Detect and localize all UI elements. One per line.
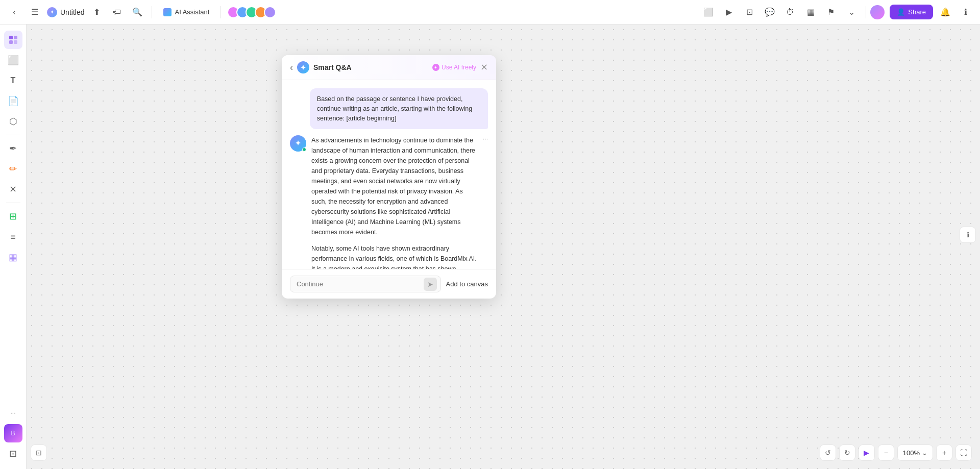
doc-title: ✦ Untitled	[47, 7, 84, 17]
help-button[interactable]: ℹ	[958, 4, 974, 20]
slideshow-button[interactable]: ⊡	[741, 4, 757, 20]
svg-rect-0	[9, 36, 13, 39]
ai-assistant-label: AI Assistant	[175, 8, 209, 16]
sidebar-template-icon[interactable]: ⊡	[4, 445, 22, 463]
user-message: Based on the passage or sentence I have …	[310, 88, 488, 129]
use-ai-label: Use AI freely	[442, 64, 476, 71]
share-label: Share	[908, 8, 926, 16]
user-avatar	[869, 4, 886, 20]
sidebar-text-block-icon[interactable]: ≡	[4, 228, 22, 246]
ai-avatar-wrapper	[290, 135, 306, 152]
play-button[interactable]: ▶	[721, 4, 737, 20]
zoom-chevron: ⌄	[922, 449, 927, 457]
sidebar-grid-icon[interactable]: ▦	[4, 248, 22, 266]
sidebar-pen-icon[interactable]: ✒	[4, 139, 22, 158]
panel-body: Based on the passage or sentence I have …	[282, 80, 496, 269]
right-float-panel: ℹ	[960, 227, 976, 243]
sidebar-highlight-icon[interactable]: ✏	[4, 160, 22, 178]
sidebar-shape-icon[interactable]: ⬡	[4, 112, 22, 131]
zoom-out-button[interactable]: −	[878, 445, 894, 461]
flag-button[interactable]: ⚑	[823, 4, 839, 20]
share-button[interactable]: 👤 Share	[890, 5, 933, 19]
continue-input-wrap: ➤	[290, 276, 441, 292]
menu-button[interactable]: ☰	[27, 4, 43, 20]
ai-message-more-button[interactable]: ···	[483, 135, 488, 142]
cursor-button[interactable]: ▶	[859, 445, 875, 461]
chevron-button[interactable]: ⌄	[843, 4, 860, 20]
info-button[interactable]: ℹ	[960, 227, 976, 243]
ai-status-dot	[302, 147, 306, 152]
tag-button[interactable]: 🏷	[109, 4, 125, 20]
left-sidebar: ⬜ T 📄 ⬡ ✒ ✏ ✕ ⊞ ≡ ▦ ··· B ⊡	[0, 24, 27, 469]
fullscreen-button[interactable]: ⛶	[955, 445, 972, 461]
send-button[interactable]: ➤	[424, 278, 437, 291]
ai-assistant-icon	[163, 8, 172, 16]
svg-rect-3	[14, 40, 17, 44]
canvas-area[interactable]: ‹ Smart Q&A ✦ Use AI freely ✕ Based on	[27, 24, 980, 469]
panel-ai-icon	[297, 61, 309, 73]
sidebar-frame-icon[interactable]: ⬜	[4, 51, 22, 69]
ai-assistant-button[interactable]: AI Assistant	[158, 5, 214, 19]
sidebar-map-icon[interactable]	[4, 31, 22, 49]
add-to-canvas-label: Add to canvas	[446, 280, 488, 288]
sidebar-connector-icon[interactable]: ✕	[4, 180, 22, 199]
toolbar-divider3	[866, 6, 866, 18]
search-button[interactable]: 🔍	[129, 4, 145, 20]
doc-icon: ✦	[47, 7, 57, 17]
top-toolbar: ‹ ☰ ✦ Untitled ⬆ 🏷 🔍 AI Assistant ⬜ ▶ ⊡ …	[0, 0, 980, 24]
upload-button[interactable]: ⬆	[88, 4, 105, 20]
expand-button[interactable]: ⬜	[700, 4, 717, 20]
ai-paragraph-1: As advancements in technology continue t…	[311, 135, 478, 237]
sidebar-brand-icon[interactable]: B	[4, 424, 22, 442]
ai-message-content: As advancements in technology continue t…	[311, 135, 478, 269]
sidebar-text-icon[interactable]: T	[4, 71, 22, 90]
undo-button[interactable]: ↺	[820, 445, 836, 461]
avatar-group	[227, 6, 276, 18]
toolbar-divider2	[220, 6, 221, 18]
panel-close-button[interactable]: ✕	[480, 62, 488, 73]
add-to-canvas-button[interactable]: Add to canvas	[446, 280, 488, 288]
user-message-text: Based on the passage or sentence I have …	[317, 95, 472, 122]
use-ai-button[interactable]: ✦ Use AI freely	[432, 64, 476, 71]
toolbar-right: ⬜ ▶ ⊡ 💬 ⏱ ▦ ⚑ ⌄ 👤 Share 🔔 ℹ	[700, 4, 974, 20]
panel-header-right: ✦ Use AI freely ✕	[432, 62, 488, 73]
ai-message: As advancements in technology continue t…	[290, 135, 488, 269]
svg-rect-2	[9, 40, 13, 44]
continue-input[interactable]	[290, 276, 441, 292]
panel-header: ‹ Smart Q&A ✦ Use AI freely ✕	[282, 55, 496, 80]
ai-paragraph-2: Notably, some AI tools have shown extrao…	[311, 243, 478, 269]
sidebar-bottom: B ⊡	[4, 424, 22, 463]
bottom-left-toolbar: ⊡	[31, 445, 47, 461]
sidebar-separator1	[6, 135, 20, 135]
share-icon: 👤	[897, 8, 905, 16]
sidebar-table-icon[interactable]: ⊞	[4, 207, 22, 226]
sidebar-more-icon[interactable]: ···	[4, 404, 22, 422]
sidebar-separator2	[6, 203, 20, 203]
redo-button[interactable]: ↻	[839, 445, 855, 461]
zoom-in-button[interactable]: +	[936, 445, 952, 461]
notification-button[interactable]: 🔔	[937, 4, 953, 20]
doc-title-text: Untitled	[60, 8, 84, 16]
toolbar-divider	[152, 6, 152, 18]
comment-button[interactable]: 💬	[762, 4, 778, 20]
chart-button[interactable]: ▦	[802, 4, 819, 20]
bottom-toolbar: ↺ ↻ ▶ − 100% ⌄ + ⛶	[820, 445, 972, 461]
minimap-button[interactable]: ⊡	[31, 445, 47, 461]
smart-qa-panel: ‹ Smart Q&A ✦ Use AI freely ✕ Based on	[282, 55, 496, 299]
zoom-level: 100%	[903, 449, 920, 457]
timer-button[interactable]: ⏱	[782, 4, 798, 20]
sidebar-sticky-icon[interactable]: 📄	[4, 92, 22, 110]
use-ai-dot-icon: ✦	[432, 64, 439, 71]
avatar-5	[264, 6, 276, 18]
panel-header-left: ‹ Smart Q&A	[290, 61, 352, 73]
panel-title: Smart Q&A	[313, 63, 352, 71]
toolbar-left: ‹ ☰ ✦ Untitled ⬆ 🏷 🔍 AI Assistant	[6, 4, 696, 20]
svg-rect-1	[14, 36, 17, 39]
ai-text: As advancements in technology continue t…	[311, 135, 478, 269]
panel-footer: ➤ Add to canvas	[282, 269, 496, 299]
send-icon: ➤	[427, 280, 433, 288]
zoom-display[interactable]: 100% ⌄	[897, 445, 933, 461]
panel-back-button[interactable]: ‹	[290, 62, 293, 73]
back-button[interactable]: ‹	[6, 4, 22, 20]
